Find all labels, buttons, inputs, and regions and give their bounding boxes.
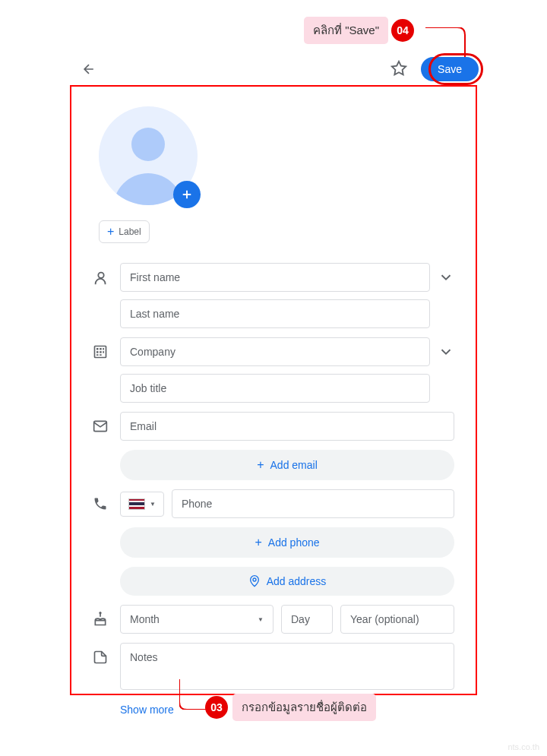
- cake-icon: [93, 612, 109, 628]
- callout-03-text: กรอกข้อมูลรายชื่อผู้ติดต่อ: [232, 694, 376, 721]
- svg-rect-4: [100, 348, 102, 350]
- chevron-down-icon: [438, 343, 454, 360]
- email-row: [93, 412, 454, 441]
- notes-field[interactable]: [120, 643, 454, 690]
- expand-company-button[interactable]: [438, 343, 454, 360]
- arrow-left-icon: [81, 62, 96, 77]
- expand-name-button[interactable]: [438, 269, 454, 286]
- phone-icon: [93, 496, 109, 513]
- plus-icon: +: [255, 536, 261, 549]
- birthday-row: Month ▼: [93, 605, 454, 634]
- month-label: Month: [130, 613, 160, 625]
- add-phone-row: + Add phone: [93, 527, 454, 558]
- email-field[interactable]: [120, 412, 454, 441]
- phone-row: ▼: [93, 489, 454, 518]
- company-row: [93, 337, 454, 403]
- day-field[interactable]: [281, 605, 333, 634]
- notes-row: [93, 643, 454, 690]
- show-more-link[interactable]: Show more: [120, 704, 174, 716]
- callout-03-badge: 03: [205, 696, 228, 719]
- person-icon: [93, 270, 109, 286]
- name-row: [93, 263, 454, 328]
- company-field[interactable]: [120, 337, 430, 366]
- add-address-button[interactable]: Add address: [120, 567, 454, 596]
- add-address-label: Add address: [267, 575, 327, 587]
- svg-rect-8: [103, 351, 104, 353]
- plus-icon: +: [257, 458, 264, 472]
- svg-rect-9: [96, 354, 99, 356]
- svg-rect-5: [103, 348, 104, 350]
- country-code-select[interactable]: ▼: [120, 492, 164, 517]
- add-address-row: Add address: [93, 567, 454, 596]
- fields-section: + Add email ▼: [93, 263, 454, 690]
- add-photo-button[interactable]: [173, 181, 201, 208]
- note-icon: [93, 650, 109, 666]
- add-email-button[interactable]: + Add email: [120, 450, 454, 480]
- callout-04-text: คลิกที่ "Save": [304, 17, 388, 44]
- star-icon: [390, 60, 407, 77]
- plus-icon: +: [107, 225, 114, 239]
- add-email-label: Add email: [270, 459, 318, 471]
- first-name-field[interactable]: [120, 263, 430, 292]
- svg-marker-0: [392, 62, 406, 74]
- year-field[interactable]: [340, 605, 454, 634]
- dropdown-icon: ▼: [258, 616, 264, 623]
- add-phone-label: Add phone: [268, 536, 320, 549]
- svg-point-12: [253, 578, 256, 581]
- callout-04: คลิกที่ "Save" 04: [304, 17, 414, 44]
- mail-icon: [93, 419, 109, 435]
- star-button[interactable]: [390, 60, 409, 78]
- label-chip-text: Label: [119, 226, 141, 237]
- save-button[interactable]: Save: [421, 57, 479, 81]
- phone-field[interactable]: [172, 489, 454, 518]
- job-title-field[interactable]: [120, 374, 430, 403]
- back-button[interactable]: [80, 60, 98, 78]
- avatar-container: [99, 106, 198, 205]
- building-icon: [93, 344, 109, 361]
- thailand-flag-icon: [128, 498, 145, 510]
- svg-rect-3: [96, 348, 99, 350]
- topbar: Save: [80, 57, 479, 81]
- watermark: nts.co.th: [507, 742, 539, 751]
- topbar-right: Save: [390, 57, 479, 81]
- callout-04-badge: 04: [391, 19, 414, 42]
- add-label-chip[interactable]: + Label: [99, 220, 150, 243]
- callout-03: 03 กรอกข้อมูลรายชื่อผู้ติดต่อ: [205, 694, 376, 721]
- location-icon: [248, 575, 261, 587]
- add-email-row: + Add email: [93, 450, 454, 480]
- dropdown-icon: ▼: [150, 501, 156, 508]
- plus-icon: [180, 188, 194, 201]
- svg-rect-10: [100, 354, 102, 356]
- contact-form: + Label: [70, 85, 477, 695]
- chevron-down-icon: [438, 269, 454, 286]
- svg-rect-7: [100, 351, 102, 353]
- svg-point-1: [98, 273, 103, 278]
- last-name-field[interactable]: [120, 299, 430, 328]
- month-select[interactable]: Month ▼: [120, 605, 274, 634]
- svg-rect-6: [96, 351, 99, 353]
- add-phone-button[interactable]: + Add phone: [120, 527, 454, 558]
